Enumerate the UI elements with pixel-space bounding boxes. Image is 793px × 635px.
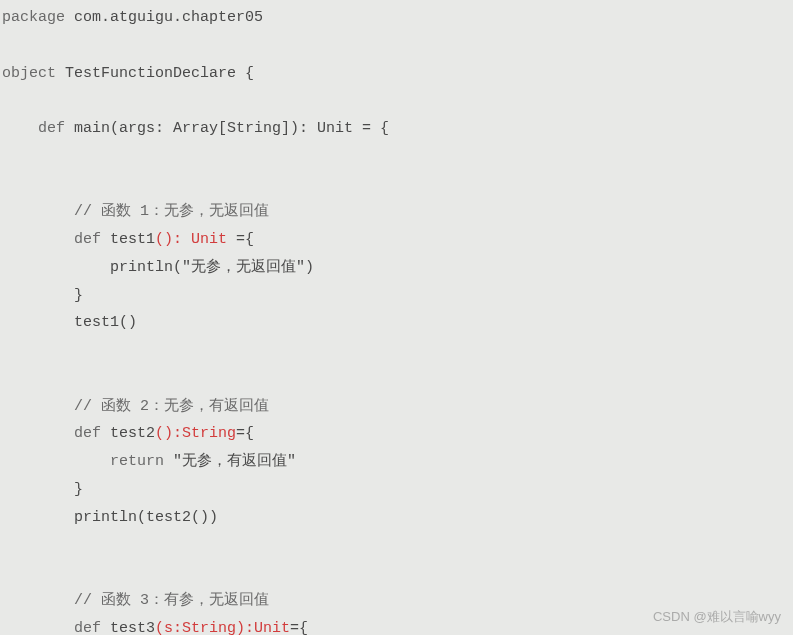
test2-close-brace: } [2, 481, 83, 498]
test1-params: (): Unit [155, 231, 236, 248]
object-keyword: object [2, 65, 65, 82]
test2-string: "无参，有返回值" [173, 453, 296, 470]
test1-println: println( [2, 259, 182, 276]
return-keyword: return [2, 453, 173, 470]
test1-close-brace: } [2, 287, 83, 304]
test2-name: test2 [110, 425, 155, 442]
test2-eq: ={ [236, 425, 254, 442]
def-keyword: def [2, 620, 110, 636]
test1-string: "无参，无返回值" [182, 259, 305, 276]
test1-name: test1 [110, 231, 155, 248]
test3-eq: ={ [290, 620, 308, 636]
test1-call: test1() [2, 314, 137, 331]
comment-2: // 函数 2：无参，有返回值 [2, 398, 269, 415]
def-keyword: def [2, 425, 110, 442]
def-keyword: def [2, 120, 74, 137]
package-keyword: package [2, 9, 65, 26]
comment-1: // 函数 1：无参，无返回值 [2, 203, 269, 220]
package-name: com.atguigu.chapter05 [65, 9, 263, 26]
comment-3: // 函数 3：有参，无返回值 [2, 592, 269, 609]
object-name: TestFunctionDeclare { [65, 65, 254, 82]
def-keyword: def [2, 231, 110, 248]
test2-call: println(test2()) [2, 509, 218, 526]
test1-close-paren: ) [305, 259, 314, 276]
main-signature: main(args: Array[String]): Unit = { [74, 120, 389, 137]
watermark-text: CSDN @难以言喻wyy [653, 605, 781, 629]
test3-params: (s:String):Unit [155, 620, 290, 636]
code-block: package com.atguigu.chapter05 object Tes… [2, 4, 791, 635]
test1-eq: ={ [236, 231, 254, 248]
test2-params: ():String [155, 425, 236, 442]
test3-name: test3 [110, 620, 155, 636]
